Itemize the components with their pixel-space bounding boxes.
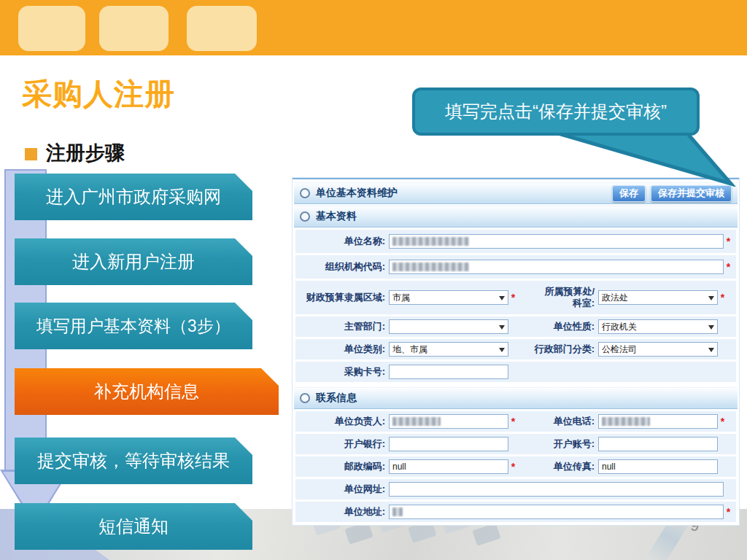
unit-website-input[interactable] [389, 482, 724, 497]
redacted-value [392, 417, 441, 426]
step-new-user-register: 进入新用户注册 [15, 238, 252, 285]
bank-name-input[interactable] [389, 437, 508, 451]
section-circle-icon [300, 188, 310, 198]
required-marker: * [508, 292, 518, 303]
unit-nature-select[interactable]: 行政机关 [598, 319, 718, 334]
dropdown-arrow-icon [708, 348, 714, 355]
form-row-postal-fax: 邮政编码: null * 单位传真: null [295, 456, 736, 477]
unit-contact-label: 单位负责人: [298, 415, 389, 428]
unit-phone-label: 单位电话: [518, 416, 598, 427]
unit-nature-label: 单位性质: [518, 321, 598, 332]
page-title: 采购人注册 [22, 74, 175, 114]
step-sms-notify: 短信通知 [15, 503, 252, 550]
banner-square [99, 6, 169, 51]
unit-name-input[interactable] [389, 234, 724, 249]
step-label: 进入新用户注册 [72, 250, 195, 273]
save-and-submit-button[interactable]: 保存并提交审核 [651, 185, 732, 202]
form-row-bank: 开户银行: 开户账号: [295, 434, 736, 454]
required-marker: * [724, 236, 733, 247]
budget-office-label: 所属预算处/ 科室: [518, 286, 598, 310]
dropdown-arrow-icon [499, 296, 505, 303]
step-label: 短信通知 [98, 515, 169, 538]
dropdown-arrow-icon [708, 296, 714, 303]
step-label: 进入广州市政府采购网 [46, 185, 221, 209]
section-heading-label: 注册步骤 [46, 140, 125, 166]
redacted-value [392, 508, 403, 516]
step-submit-review: 提交审核，等待审核结果 [15, 438, 252, 484]
form-row-purchase-card: 采购卡号: [295, 362, 736, 382]
org-code-label: 组织机构代码: [298, 260, 389, 273]
unit-phone-input[interactable] [598, 414, 718, 429]
required-marker: * [718, 292, 727, 303]
select-value: 行政机关 [602, 321, 637, 333]
unit-fax-label: 单位传真: [518, 461, 598, 472]
select-value: 地、市属 [392, 343, 427, 356]
postal-code-label: 邮政编码: [298, 460, 389, 473]
required-marker: * [508, 461, 518, 472]
bullet-square-icon [25, 148, 37, 160]
unit-info-form: 单位基本资料维护 保存 保存并提交审核 基本资料 单位名称: * 组织机构代码:… [293, 178, 739, 525]
unit-category-select[interactable]: 地、市属 [389, 342, 508, 357]
section-circle-icon [300, 211, 310, 222]
top-banner [0, 0, 747, 55]
budget-office-select[interactable]: 政法处 [598, 290, 718, 305]
section-heading: 注册步骤 [25, 140, 125, 166]
supervisor-dept-label: 主管部门: [298, 320, 389, 333]
admin-dept-class-label: 行政部门分类: [518, 343, 598, 355]
step-supplement-org-info: 补充机构信息 [15, 368, 279, 415]
form-row-category-class: 单位类别: 地、市属 行政部门分类: 公检法司 [295, 339, 736, 359]
bank-account-input[interactable] [598, 437, 718, 451]
dropdown-arrow-icon [499, 348, 505, 355]
step-label: 提交审核，等待审核结果 [37, 449, 230, 472]
callout-bubble: 填写完点击“保存并提交审核” [412, 88, 700, 136]
unit-address-label: 单位地址: [298, 505, 389, 518]
postal-code-input[interactable]: null [389, 459, 508, 474]
form-row-dept-nature: 主管部门: 单位性质: 行政机关 [295, 316, 736, 337]
form-row-unit-name: 单位名称: * [295, 230, 736, 253]
unit-website-label: 单位网址: [298, 483, 389, 496]
form-row-contact-phone: 单位负责人: * 单位电话: * [295, 411, 736, 432]
step-label: 补充机构信息 [94, 380, 199, 403]
basic-section-bar: 基本资料 [294, 206, 738, 228]
required-marker: * [508, 416, 518, 427]
purchase-card-input[interactable] [389, 365, 508, 379]
callout-text: 填写完点击“保存并提交审核” [445, 100, 667, 123]
step-enter-portal: 进入广州市政府采购网 [15, 174, 252, 220]
form-row-website: 单位网址: [295, 479, 736, 499]
form-title: 单位基本资料维护 [316, 187, 398, 200]
required-marker: * [724, 506, 733, 518]
step-label: 填写用户基本资料（3步） [36, 315, 231, 338]
unit-contact-input[interactable] [389, 414, 508, 429]
supervisor-dept-select[interactable] [389, 319, 508, 334]
select-value: 公检法司 [602, 343, 637, 356]
bank-name-label: 开户银行: [298, 438, 389, 451]
unit-address-input[interactable] [389, 505, 724, 519]
photo-key [472, 523, 500, 545]
budget-region-select[interactable]: 市属 [389, 290, 508, 305]
unit-fax-input[interactable]: null [598, 459, 718, 474]
dropdown-arrow-icon [708, 325, 714, 332]
unit-category-label: 单位类别: [298, 343, 389, 356]
contact-section-bar: 联系信息 [294, 387, 738, 409]
unit-name-label: 单位名称: [298, 235, 389, 248]
dropdown-arrow-icon [499, 325, 505, 332]
purchase-card-label: 采购卡号: [298, 365, 389, 378]
select-value: 政法处 [602, 292, 628, 304]
redacted-value [392, 237, 469, 246]
save-button[interactable]: 保存 [612, 185, 646, 202]
admin-dept-class-select[interactable]: 公检法司 [598, 342, 718, 357]
budget-region-label: 财政预算隶属区域: [298, 291, 389, 304]
bank-account-label: 开户账号: [518, 438, 598, 450]
section-circle-icon [300, 393, 310, 403]
required-marker: * [718, 416, 727, 427]
callout-tail [511, 128, 738, 187]
basic-section-title: 基本资料 [316, 210, 357, 223]
org-code-input[interactable] [389, 260, 724, 274]
banner-square [18, 6, 85, 51]
contact-section-title: 联系信息 [316, 392, 357, 405]
banner-square [187, 6, 257, 51]
redacted-value [392, 262, 469, 271]
redacted-value [602, 417, 650, 426]
step-fill-basic-info: 填写用户基本资料（3步） [15, 303, 252, 349]
form-row-budget: 财政预算隶属区域: 市属 * 所属预算处/ 科室: 政法处 * [295, 281, 736, 314]
